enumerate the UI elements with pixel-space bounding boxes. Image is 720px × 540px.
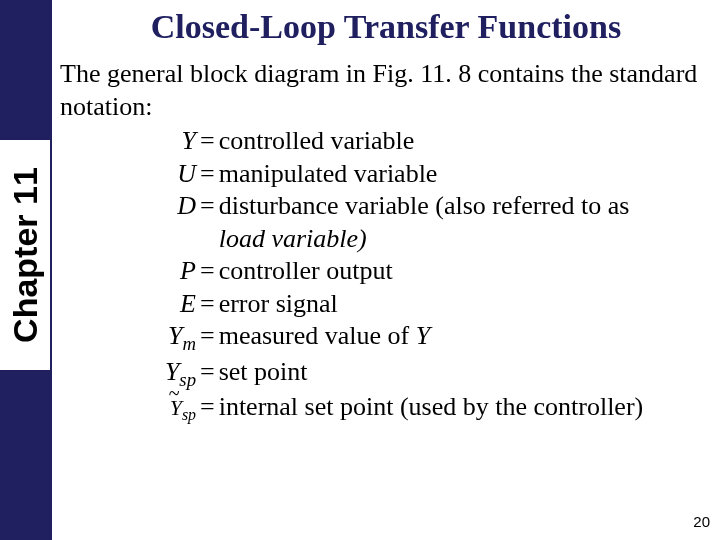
- symbol-subscript: sp: [182, 407, 196, 424]
- table-row: D = disturbance variable (also referred …: [120, 190, 679, 255]
- table-row: U = manipulated variable: [120, 158, 679, 191]
- equals: =: [200, 288, 219, 321]
- table-row: E = error signal: [120, 288, 679, 321]
- ysp-tilde-symbol: ~Ysp: [170, 394, 196, 425]
- equals: =: [200, 255, 219, 288]
- intro-text: The general block diagram in Fig. 11. 8 …: [60, 58, 712, 123]
- symbol: Ym: [120, 320, 200, 356]
- def-part-b: load variable): [219, 224, 367, 253]
- notation-table: Y = controlled variable U = manipulated …: [120, 125, 679, 425]
- def-part-a: disturbance variable (also referred to a…: [219, 191, 630, 220]
- table-row: Y = controlled variable: [120, 125, 679, 158]
- slide-title: Closed-Loop Transfer Functions: [52, 8, 720, 46]
- chapter-label: Chapter 11: [0, 140, 50, 370]
- definition: set point: [219, 356, 679, 392]
- symbol: E: [120, 288, 200, 321]
- symbol-subscript: m: [182, 333, 196, 354]
- tilde-mark: ~: [169, 381, 180, 406]
- symbol-base: Y: [168, 321, 182, 350]
- def-part-a: measured value of: [219, 321, 416, 350]
- table-row: Ym = measured value of Y: [120, 320, 679, 356]
- equals: =: [200, 190, 219, 255]
- equals: =: [200, 356, 219, 392]
- equals: =: [200, 391, 219, 425]
- symbol: Y: [120, 125, 200, 158]
- symbol: ~Ysp: [120, 391, 200, 425]
- definition: manipulated variable: [219, 158, 679, 191]
- symbol: U: [120, 158, 200, 191]
- table-row: P = controller output: [120, 255, 679, 288]
- symbol: D: [120, 190, 200, 255]
- definition: controller output: [219, 255, 679, 288]
- def-part-b: Y: [416, 321, 430, 350]
- equals: =: [200, 158, 219, 191]
- symbol: Ysp: [120, 356, 200, 392]
- definition: internal set point (used by the controll…: [219, 391, 679, 425]
- definition: error signal: [219, 288, 679, 321]
- page-number: 20: [693, 513, 710, 530]
- symbol-subscript: sp: [179, 369, 196, 390]
- equals: =: [200, 320, 219, 356]
- symbol: P: [120, 255, 200, 288]
- equals: =: [200, 125, 219, 158]
- table-row: Ysp = set point: [120, 356, 679, 392]
- slide-body: The general block diagram in Fig. 11. 8 …: [60, 58, 712, 425]
- definition: measured value of Y: [219, 320, 679, 356]
- table-row: ~Ysp = internal set point (used by the c…: [120, 391, 679, 425]
- definition: controlled variable: [219, 125, 679, 158]
- definition: disturbance variable (also referred to a…: [219, 190, 679, 255]
